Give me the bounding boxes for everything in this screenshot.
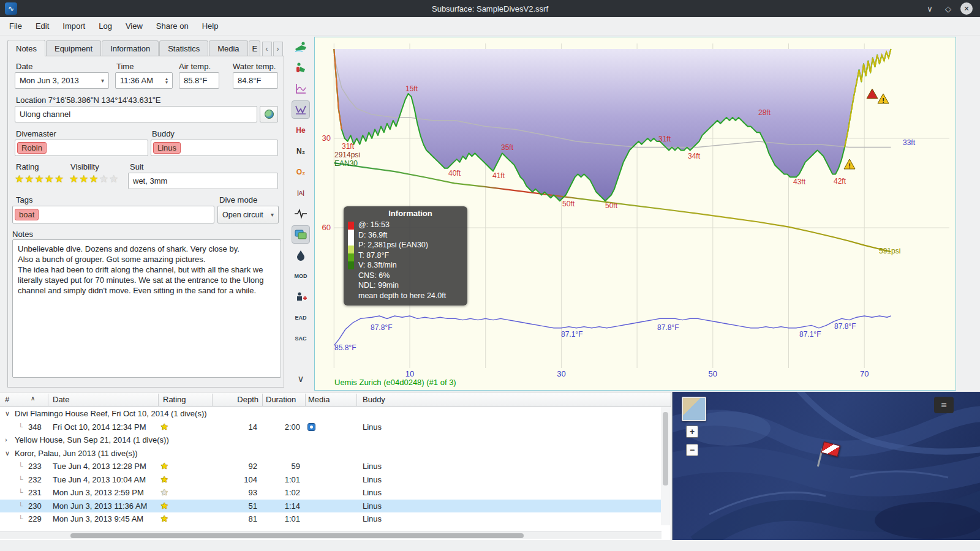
minimap-thumbnail[interactable] [682, 397, 706, 421]
water-temp-field[interactable]: 84.8°F [233, 72, 278, 89]
time-spinbox[interactable]: 11:36 AM ▴▾ [115, 72, 173, 89]
column-header-buddy[interactable]: Buddy [363, 395, 385, 404]
tab-statistics[interactable]: Statistics [159, 40, 208, 56]
column-header-depth[interactable]: Depth [214, 395, 258, 404]
divemaster-label: Divemaster [16, 129, 56, 138]
dive-list-header[interactable]: #DateRatingDepthDurationMediaBuddy∧ [0, 392, 671, 407]
tab-scroll-right-icon[interactable]: › [273, 42, 283, 56]
tab-notes[interactable]: Notes [7, 40, 45, 56]
suit-input[interactable]: wet, 3mm [128, 173, 278, 189]
dive-row[interactable]: └229Mon Jun 3, 2013 9:45 AM★★★★★811:01Li… [0, 512, 662, 526]
maximize-button[interactable]: ◇ [942, 2, 954, 15]
date-dropdown[interactable]: Mon Jun 3, 2013 ▾ [15, 72, 109, 89]
buddy-chip[interactable]: Linus [153, 142, 181, 154]
dive-row[interactable]: └232Tue Jun 4, 2013 10:04 AM★★★★★1041:01… [0, 473, 662, 487]
menu-import[interactable]: Import [56, 18, 92, 34]
o2-icon[interactable]: O₂ [292, 163, 310, 181]
tab-e[interactable]: E [249, 40, 260, 56]
menu-help[interactable]: Help [195, 18, 225, 34]
titlebar[interactable]: ∿ Subsurface: SampleDivesV2.ssrf ∨ ◇ ✕ [0, 0, 980, 17]
column-header-num[interactable]: # [5, 395, 9, 404]
he-icon[interactable]: He [292, 121, 310, 140]
buddy-field[interactable]: Linus [151, 140, 278, 156]
horizontal-scrollbar[interactable] [0, 531, 662, 539]
zoom-out-button[interactable]: − [686, 444, 698, 456]
tooltip-line: V: 8.3ft/min [358, 260, 462, 271]
menu-edit[interactable]: Edit [29, 18, 56, 34]
minimize-button[interactable]: ∨ [924, 2, 936, 15]
chevron-right-icon[interactable]: › [5, 433, 7, 447]
suit-label: Suit [130, 162, 143, 171]
trip-row[interactable]: ›Yellow House, Sun Sep 21, 2014 (1 dive(… [0, 433, 662, 447]
menu-file[interactable]: File [2, 18, 29, 34]
heartrate-icon[interactable] [292, 204, 310, 223]
rating-stars[interactable]: ★★★★★ [15, 174, 64, 184]
sac-diver-icon[interactable] [292, 288, 310, 306]
media-icon[interactable] [307, 423, 315, 431]
n2-icon[interactable]: N₂ [292, 142, 310, 160]
spin-down-icon[interactable]: ▾ [165, 81, 168, 84]
air-temp-label: Air temp. [179, 62, 211, 71]
tooltip-line: mean depth to here 24.0ft [358, 291, 462, 301]
mod-icon[interactable]: MOD [292, 267, 310, 285]
ead-icon[interactable]: EAD [292, 309, 310, 327]
column-header-media[interactable]: Media [308, 395, 330, 404]
tag-chip[interactable]: boat [15, 209, 39, 220]
app-icon: ∿ [5, 2, 17, 15]
visibility-stars[interactable]: ★★★★★ [69, 174, 119, 184]
menu-share-on[interactable]: Share on [149, 18, 195, 34]
svg-text:30: 30 [557, 369, 565, 378]
svg-text:31ft: 31ft [658, 135, 671, 143]
sac-icon[interactable]: SAC [292, 329, 310, 348]
menu-log[interactable]: Log [92, 18, 119, 34]
tab-media[interactable]: Media [209, 40, 247, 56]
diver-icon[interactable] [292, 38, 310, 56]
air-temp-field[interactable]: 85.8°F [179, 72, 219, 89]
trip-row[interactable]: ∨Koror, Palau, Jun 2013 (11 dive(s)) [0, 447, 662, 460]
gas-drop-icon[interactable] [292, 246, 310, 264]
ceiling-icon[interactable]: |A| [292, 184, 310, 202]
pp-graph-icon[interactable] [292, 80, 310, 98]
svg-text:34ft: 34ft [688, 152, 701, 160]
svg-text:!: ! [848, 162, 851, 170]
toolbar-collapse-chevron-icon[interactable]: ∨ [289, 373, 312, 384]
svg-text:591psi: 591psi [879, 247, 900, 255]
map-menu-button[interactable]: ≡ [934, 397, 954, 413]
dive-profile-panel[interactable]: 10305070306015ft31ft2914psiEAN3040ft35ft… [314, 37, 956, 391]
tooltip-title: Information [358, 209, 462, 218]
profile-grid-icon[interactable] [292, 100, 310, 119]
menu-view[interactable]: View [119, 18, 149, 34]
location-globe-button[interactable] [260, 106, 278, 122]
scooter-icon[interactable] [292, 59, 310, 77]
vertical-scrollbar[interactable] [661, 407, 670, 525]
divemaster-chip[interactable]: Robin [17, 142, 47, 154]
dive-row[interactable]: └230Mon Jun 3, 2013 11:36 AM★★★★★511:14L… [0, 500, 662, 513]
trip-row[interactable]: ∨Divi Flamingo House Reef, Fri Oct 10, 2… [0, 407, 662, 421]
location-input[interactable]: Ulong channel [15, 106, 257, 122]
column-header-duration[interactable]: Duration [266, 395, 296, 404]
tab-equipment[interactable]: Equipment [46, 40, 101, 56]
chevron-down-icon: ▾ [271, 211, 274, 218]
rating-label: Rating [16, 162, 39, 171]
notes-textarea[interactable]: Unbelievable dive. Dozens and dozens of … [12, 239, 281, 378]
map-panel[interactable]: + − ≡ [672, 392, 980, 540]
chevron-down-icon[interactable]: ∨ [5, 447, 10, 460]
svg-text:87.1°F: 87.1°F [799, 330, 821, 339]
dive-mode-dropdown[interactable]: Open circuit ▾ [217, 206, 279, 223]
zoom-in-button[interactable]: + [686, 425, 698, 438]
divemaster-field[interactable]: Robin [15, 140, 148, 156]
column-header-date[interactable]: Date [53, 395, 69, 404]
warning-triangle-icon [867, 89, 878, 99]
dive-row[interactable]: └348Fri Oct 10, 2014 12:34 PM★★★★★142:00… [0, 421, 662, 434]
tab-information[interactable]: Information [102, 40, 159, 56]
tab-scroll-left-icon[interactable]: ‹ [262, 42, 272, 56]
subsurface-window: ∿ Subsurface: SampleDivesV2.ssrf ∨ ◇ ✕ F… [0, 0, 980, 551]
close-button[interactable]: ✕ [960, 2, 973, 15]
dive-row[interactable]: └233Tue Jun 4, 2013 12:28 PM★★★★★9259Lin… [0, 460, 662, 473]
photos-icon[interactable] [292, 225, 310, 244]
tags-field[interactable]: boat [12, 206, 214, 223]
column-header-rating[interactable]: Rating [163, 395, 186, 404]
chevron-down-icon[interactable]: ∨ [5, 407, 10, 421]
dive-mode-label: Dive mode [219, 195, 257, 204]
dive-row[interactable]: └231Mon Jun 3, 2013 2:59 PM★★★★★931:02Li… [0, 486, 662, 500]
